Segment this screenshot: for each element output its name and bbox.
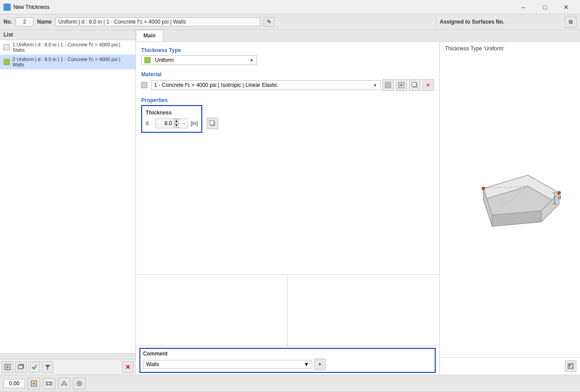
svg-text:d: d <box>558 194 561 200</box>
toolbar-icon-3 <box>61 380 68 387</box>
material-delete-button[interactable]: ✕ <box>422 79 434 91</box>
toolbar-btn-4[interactable] <box>73 378 86 389</box>
list-scroll-area <box>0 353 135 359</box>
no-value: 2 <box>16 17 33 26</box>
toolbar-btn-3[interactable] <box>58 378 70 389</box>
check-icon <box>31 364 37 370</box>
thickness-title: Thickness <box>146 110 198 116</box>
svg-rect-5 <box>18 365 23 369</box>
toolbar-icon-2 <box>45 380 53 387</box>
properties-label: Properties <box>141 97 434 103</box>
maximize-button[interactable]: □ <box>535 0 555 14</box>
svg-rect-33 <box>569 364 571 366</box>
name-input[interactable] <box>55 17 260 26</box>
material-copy-button[interactable] <box>409 79 421 91</box>
diagram-export-button[interactable] <box>565 360 576 372</box>
material-add-button[interactable] <box>396 79 407 91</box>
comment-label: Comment <box>143 351 432 357</box>
no-label: No. <box>4 19 12 25</box>
dropdown-arrow-icon: ▼ <box>249 58 254 63</box>
list-item-label: 1 Uniform | d : 8.0 in | 1 - Concrete f'… <box>12 42 132 53</box>
spinner-up-button[interactable]: ▲ <box>174 119 179 123</box>
thickness-type-value: Uniform <box>155 57 174 63</box>
list-item-color <box>4 59 10 65</box>
center-area: Main Thickness Type Uniform <box>136 30 580 375</box>
name-edit-button[interactable]: ✎ <box>264 17 274 27</box>
minimize-button[interactable]: – <box>513 0 534 14</box>
list-new-button[interactable] <box>2 361 13 373</box>
close-button[interactable]: ✕ <box>556 0 576 14</box>
thickness-type-dropdown[interactable]: Uniform ▼ <box>141 55 257 65</box>
comment-value: Walls <box>146 361 159 368</box>
sub-panel-right <box>288 275 439 346</box>
material-section: Material 1 - Concrete f'c = 4000 psi | I… <box>141 71 434 91</box>
spinner-down-button[interactable]: ▼ <box>174 123 179 128</box>
toolbar-icon-4 <box>76 380 83 387</box>
thickness-type-section: Thickness Type Uniform ▼ <box>141 47 434 65</box>
svg-point-35 <box>33 382 35 385</box>
thickness-type-label: Thickness Type <box>141 47 434 53</box>
diagram-panel: Thickness Type 'Uniform' <box>439 42 580 375</box>
form-content: Thickness Type Uniform ▼ <box>136 42 439 274</box>
delete-icon: ✕ <box>125 363 131 371</box>
assigned-label: Assigned to Surfaces No. <box>440 19 504 25</box>
window-controls: – □ ✕ <box>513 0 576 14</box>
thickness-type-field: Uniform ▼ <box>141 55 434 65</box>
material-row: 1 - Concrete f'c = 4000 psi | Isotropic … <box>141 79 434 91</box>
list-item[interactable]: 2 Uniform | d : 8.0 in | 1 - Concrete f'… <box>0 55 135 69</box>
pencil-icon: ✎ <box>267 19 271 25</box>
open-icon <box>18 364 24 370</box>
list-toolbar: ✕ <box>0 359 135 375</box>
list-item-color <box>4 44 10 50</box>
sub-panel-left <box>136 275 288 346</box>
properties-section: Properties Thickness d ▲ <box>141 97 434 133</box>
comment-dropdown-arrow-icon: ▼ <box>304 361 309 368</box>
list-open-button[interactable] <box>15 361 27 373</box>
material-copy-icon <box>412 82 418 88</box>
comment-dropdown[interactable]: Walls ▼ <box>143 360 312 369</box>
material-swatch <box>141 82 147 88</box>
svg-rect-36 <box>46 382 52 385</box>
diagram-type-label: Thickness Type 'Uniform' <box>440 42 580 55</box>
list-item-label: 2 Uniform | d : 8.0 in | 1 - Concrete f'… <box>12 57 132 67</box>
list-scrollbar[interactable] <box>0 354 135 359</box>
comment-section: Comment Walls ▼ + <box>136 346 439 375</box>
list-filter-button[interactable] <box>42 361 53 373</box>
tabs-bar: Main <box>136 30 580 42</box>
name-label: Name <box>37 19 52 25</box>
list-delete-button[interactable]: ✕ <box>122 361 134 373</box>
bottom-toolbar <box>0 375 580 392</box>
assigned-icon-button[interactable]: ⧉ <box>565 16 576 28</box>
material-list-button[interactable] <box>382 79 394 91</box>
new-icon <box>4 364 11 370</box>
filter-icon <box>45 364 51 370</box>
material-label: Material <box>141 71 434 78</box>
material-value: 1 - Concrete f'c = 4000 psi | Isotropic … <box>154 82 278 88</box>
form-spacer <box>141 139 434 269</box>
export-icon <box>568 363 574 369</box>
content-area: Thickness Type Uniform ▼ <box>136 42 580 375</box>
svg-rect-15 <box>412 82 416 86</box>
spinner-controls: ▲ ▼ <box>174 119 179 128</box>
toolbar-btn-1[interactable] <box>28 378 40 389</box>
list-item[interactable]: 1 Uniform | d : 8.0 in | 1 - Concrete f'… <box>0 40 135 55</box>
thickness-copy-icon <box>209 120 216 127</box>
coord-value[interactable] <box>4 379 25 388</box>
comment-add-icon: + <box>318 361 321 368</box>
svg-rect-17 <box>210 121 214 125</box>
list-items: 1 Uniform | d : 8.0 in | 1 - Concrete f'… <box>0 40 135 353</box>
material-dropdown[interactable]: 1 - Concrete f'c = 4000 psi | Isotropic … <box>151 80 380 90</box>
thickness-copy-button[interactable] <box>207 118 218 129</box>
material-delete-icon: ✕ <box>426 82 430 88</box>
material-list-icon <box>385 82 391 88</box>
thickness-input[interactable] <box>156 119 174 127</box>
toolbar-icon-1 <box>30 380 37 387</box>
toolbar-btn-2[interactable] <box>43 378 55 389</box>
comment-add-button[interactable]: + <box>314 359 326 370</box>
bottom-panels <box>136 274 439 346</box>
tab-main[interactable]: Main <box>136 30 163 41</box>
list-check-button[interactable] <box>29 361 40 373</box>
assigned-icon: ⧉ <box>569 19 573 25</box>
thickness-type-swatch <box>144 57 151 63</box>
app-icon <box>4 4 11 11</box>
